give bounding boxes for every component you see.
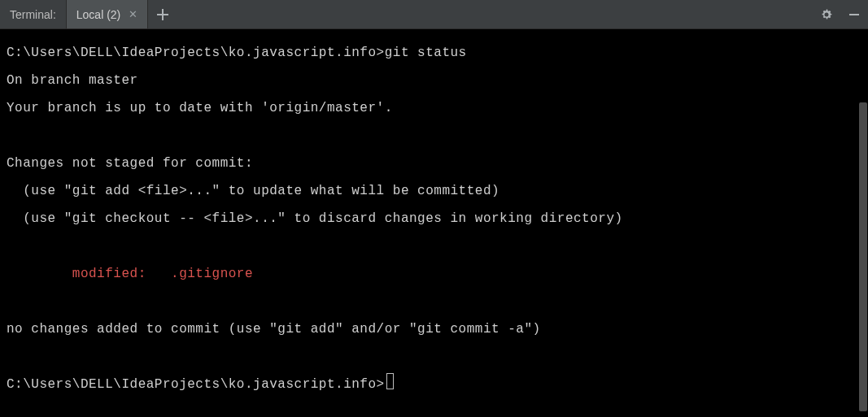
new-tab-button[interactable] (148, 0, 177, 28)
svg-rect-0 (849, 14, 859, 15)
output-blank (7, 288, 852, 315)
cursor (386, 373, 394, 389)
tabbar-spacer (177, 0, 813, 28)
output-blank (7, 343, 852, 371)
settings-button[interactable] (813, 0, 840, 28)
prompt-text: C:\Users\DELL\IdeaProjects\ko.javascript… (7, 377, 385, 392)
terminal-tab-label: Local (2) (76, 8, 120, 21)
terminal-body: C:\Users\DELL\IdeaProjects\ko.javascript… (0, 29, 868, 417)
plus-icon (157, 9, 168, 20)
minimize-icon (848, 9, 860, 20)
output-modified: modified: .gitignore (7, 260, 852, 288)
prompt-line-current: C:\Users\DELL\IdeaProjects\ko.javascript… (7, 371, 852, 398)
output-blank (7, 122, 852, 150)
command-text: git status (385, 46, 467, 60)
close-tab-icon[interactable]: ✕ (127, 7, 139, 21)
terminal-tabbar: Terminal: Local (2) ✕ (0, 0, 868, 29)
panel-title: Terminal: (0, 0, 67, 28)
output-line: (use "git checkout -- <file>..." to disc… (7, 205, 852, 232)
output-blank (7, 232, 852, 260)
output-line: (use "git add <file>..." to update what … (7, 177, 852, 205)
scroll-thumb[interactable] (859, 102, 867, 411)
panel-title-text: Terminal: (10, 8, 56, 21)
gear-icon (820, 8, 833, 21)
output-line: no changes added to commit (use "git add… (7, 315, 852, 343)
prompt-line: C:\Users\DELL\IdeaProjects\ko.javascript… (7, 39, 852, 67)
prompt-text: C:\Users\DELL\IdeaProjects\ko.javascript… (7, 46, 385, 60)
output-line: Your branch is up to date with 'origin/m… (7, 94, 852, 122)
terminal-panel: Terminal: Local (2) ✕ C:\Users\DELL\Idea… (0, 0, 868, 417)
terminal-tab-active[interactable]: Local (2) ✕ (67, 0, 148, 28)
output-line: Changes not staged for commit: (7, 150, 852, 177)
terminal-output[interactable]: C:\Users\DELL\IdeaProjects\ko.javascript… (0, 29, 858, 417)
minimize-button[interactable] (840, 0, 868, 28)
terminal-scrollbar[interactable] (858, 29, 868, 417)
output-line: On branch master (7, 67, 852, 94)
